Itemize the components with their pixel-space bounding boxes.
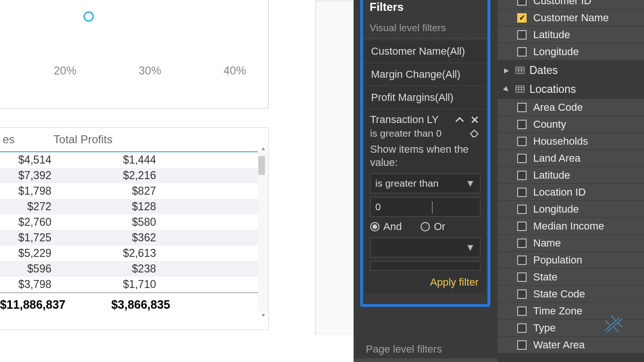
total-value: $11,886,837 <box>0 298 71 312</box>
field-water-area[interactable]: Water Area <box>497 337 644 354</box>
text-cursor-icon <box>432 201 433 214</box>
column-header[interactable]: es <box>0 133 19 146</box>
filter-prompt: Show items when the value: <box>370 143 480 169</box>
table-row[interactable]: $1,798$827 <box>0 183 268 199</box>
field-customer-id[interactable]: Customer ID <box>497 0 644 9</box>
field-state-code[interactable]: State Code <box>497 286 644 303</box>
report-canvas: % 20% 30% 40% es Total Profits $4,514$1,… <box>0 0 354 362</box>
checkbox-icon[interactable] <box>517 47 527 57</box>
fields-pane: Customer ID Customer Name Latitude Longi… <box>497 0 644 362</box>
table-icon <box>515 66 525 74</box>
filter-card-transaction-ly[interactable]: Transaction LY is greater than 0 <box>364 110 486 293</box>
checkbox-icon[interactable] <box>517 289 527 299</box>
column-header[interactable]: Total Profits <box>19 133 147 146</box>
radio-or[interactable]: Or <box>421 221 445 233</box>
checkbox-icon[interactable] <box>517 13 527 23</box>
table-row[interactable]: $2,760$580 <box>0 214 268 230</box>
table-visual[interactable]: es Total Profits $4,514$1,444 $7,392$2,2… <box>0 127 269 330</box>
field-longitude-loc[interactable]: Longitude <box>497 201 644 218</box>
table-row[interactable]: $7,392$2,216 <box>0 168 268 183</box>
checkbox-icon[interactable] <box>517 306 527 316</box>
checkbox-icon[interactable] <box>517 103 527 112</box>
table-row[interactable]: $272$128 <box>0 199 268 214</box>
table-dates[interactable]: ▶ Dates <box>497 61 644 79</box>
field-population[interactable]: Population <box>497 252 644 269</box>
field-name[interactable]: Name <box>497 235 644 252</box>
value-input-2[interactable] <box>370 261 480 271</box>
checkbox-icon[interactable] <box>517 30 527 40</box>
field-area-code[interactable]: Area Code <box>497 99 644 116</box>
scroll-up-icon[interactable]: ▴ <box>258 143 268 153</box>
operator-select-1[interactable]: is greater than ▼ <box>370 173 480 193</box>
total-value: $3,866,835 <box>71 298 175 312</box>
x-axis-tick: 30% <box>139 64 161 77</box>
close-icon[interactable] <box>469 114 480 125</box>
eraser-icon[interactable] <box>469 128 480 139</box>
table-body: $4,514$1,444 $7,392$2,216 $1,798$827 $27… <box>0 152 268 292</box>
field-location-id[interactable]: Location ID <box>497 184 644 201</box>
checkbox-icon[interactable] <box>517 188 527 197</box>
dropdown-caret-icon: ▼ <box>465 242 475 253</box>
table-row[interactable]: $596$238 <box>0 261 268 277</box>
field-longitude[interactable]: Longitude <box>497 43 644 60</box>
table-locations[interactable]: ▶ Locations <box>497 80 644 98</box>
filter-condition-summary: is greater than 0 <box>370 128 442 139</box>
radio-icon <box>421 222 430 231</box>
filter-card-margin-change[interactable]: Margin Change(All) <box>364 64 486 85</box>
radio-icon <box>370 222 380 231</box>
checkbox-icon[interactable] <box>517 239 527 248</box>
expand-icon[interactable]: ▶ <box>504 66 511 74</box>
filter-card-profit-margins[interactable]: Profit Margins(All) <box>364 87 486 108</box>
checkbox-icon[interactable] <box>517 272 527 282</box>
filters-highlight: Filters Visual level filters Customer Na… <box>360 0 490 307</box>
svg-line-15 <box>618 322 622 327</box>
x-axis-tick: 20% <box>54 64 76 77</box>
checkbox-icon[interactable] <box>517 340 527 350</box>
scroll-down-icon[interactable]: ▾ <box>258 310 268 320</box>
radio-and[interactable]: And <box>370 221 402 233</box>
table-row[interactable]: $4,514$1,444 <box>0 152 268 168</box>
table-header-row: es Total Profits <box>0 128 268 152</box>
visual-level-filters-label: Visual level filters <box>363 20 487 39</box>
apply-filter-button[interactable]: Apply filter <box>370 274 480 288</box>
field-median-income[interactable]: Median Income <box>497 218 644 235</box>
checkbox-icon[interactable] <box>517 255 527 265</box>
checkbox-icon[interactable] <box>517 0 527 6</box>
page-level-filters-label: Page level filters <box>354 315 454 360</box>
logic-radio-group: And Or <box>370 221 480 233</box>
checkbox-icon[interactable] <box>517 171 527 180</box>
checkbox-icon[interactable] <box>517 137 527 146</box>
checkbox-icon[interactable] <box>517 120 527 129</box>
x-axis-tick: 40% <box>223 64 246 77</box>
vertical-scrollbar[interactable]: ▴ ▾ <box>258 151 268 312</box>
fields-list: Customer ID Customer Name Latitude Longi… <box>497 0 644 354</box>
checkbox-icon[interactable] <box>517 323 527 333</box>
table-total-row: $11,886,837 $3,866,835 <box>0 292 268 316</box>
operator-select-2[interactable]: ▼ <box>370 238 480 257</box>
field-state[interactable]: State <box>497 269 644 286</box>
table-row[interactable]: $3,798$1,710 <box>0 277 268 292</box>
scatter-chart-visual[interactable]: % 20% 30% 40% <box>0 0 269 108</box>
field-households[interactable]: Households <box>497 133 644 150</box>
field-land-area[interactable]: Land Area <box>497 150 644 167</box>
field-latitude[interactable]: Latitude <box>497 26 644 43</box>
svg-line-14 <box>614 327 619 332</box>
svg-rect-0 <box>516 67 524 74</box>
field-latitude-loc[interactable]: Latitude <box>497 167 644 184</box>
value-input-1[interactable]: 0 <box>370 197 480 217</box>
table-row[interactable]: $5,229$2,613 <box>0 246 268 261</box>
collapse-icon[interactable] <box>454 114 465 125</box>
filters-title: Filters <box>363 0 487 20</box>
collapse-icon[interactable]: ▶ <box>503 85 512 95</box>
checkbox-icon[interactable] <box>517 205 527 214</box>
scroll-thumb[interactable] <box>258 156 265 175</box>
field-county[interactable]: County <box>497 116 644 133</box>
filter-card-customer-name[interactable]: Customer Name(All) <box>364 41 486 62</box>
checkbox-icon[interactable] <box>517 154 527 163</box>
table-icon <box>515 85 525 93</box>
svg-line-12 <box>605 321 610 325</box>
table-row[interactable]: $1,725$362 <box>0 230 268 246</box>
filters-pane: Filters Visual level filters Customer Na… <box>354 0 497 358</box>
checkbox-icon[interactable] <box>517 222 527 231</box>
field-customer-name[interactable]: Customer Name <box>497 9 644 26</box>
